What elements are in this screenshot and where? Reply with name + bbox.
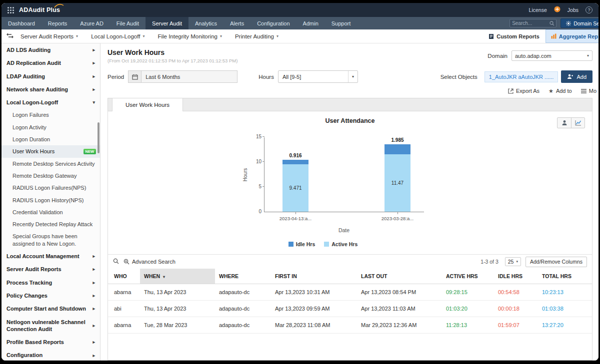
sidebar-item-ad-replication-audit[interactable]: AD Replication Audit▸ (2, 56, 100, 69)
sidebar-item-remote-desktop-services-activity[interactable]: Remote Desktop Services Activity (2, 158, 100, 170)
add-button[interactable]: Add (561, 70, 592, 83)
sidebar-item-process-tracking[interactable]: Process Tracking▸ (2, 276, 100, 289)
sidebar-item-radius-logon-history-nps[interactable]: RADIUS Logon History(NPS) (2, 194, 100, 206)
sidebar-item-radius-logon-failures-nps[interactable]: RADIUS Logon Failures(NPS) (2, 182, 100, 194)
user-view-button[interactable] (558, 118, 571, 128)
sidebar-item-logon-failures[interactable]: Logon Failures (2, 109, 100, 121)
help-icon[interactable]: ? (586, 6, 592, 13)
calendar-button[interactable] (128, 70, 142, 83)
y-tick-label: 0 (250, 209, 262, 214)
column-header-total-hrs[interactable]: TOTAL HRS (538, 269, 592, 284)
nav-tab-alerts[interactable]: Alerts (224, 17, 250, 29)
chevron-right-icon: ▸ (92, 306, 95, 311)
hours-select[interactable]: All [9-5] ▾ (278, 70, 358, 83)
add-remove-columns-button[interactable]: Add/Remove Columns (526, 257, 587, 267)
nav-tab-azure-ad[interactable]: Azure AD (74, 17, 110, 29)
sidebar-scrollbar[interactable] (98, 122, 100, 153)
subnav-label: Server Audit Reports (20, 33, 74, 39)
bar-2023-04-13-a[interactable]: 0.9169.471 (282, 160, 308, 212)
sidebar-item-logon-activity[interactable]: Logon Activity (2, 121, 100, 133)
column-header-active-hrs[interactable]: ACTIVE HRS (442, 269, 494, 284)
sidebar-item-recently-detected-replay-attack[interactable]: Recently Detected Replay Attack (2, 218, 100, 230)
jobs-link[interactable]: Jobs (568, 7, 578, 13)
chart-area: User Attendance 051015Hours0.9169.471202… (108, 111, 592, 254)
column-header-first-in[interactable]: FIRST IN (271, 269, 357, 284)
column-header-label: TOTAL HRS (542, 273, 572, 279)
nav-tab-dashboard[interactable]: Dashboard (2, 17, 42, 29)
table-cell: adapauto-dc (215, 317, 271, 334)
sidebar-item-profile-based-reports[interactable]: Profile Based Reports▸ (2, 336, 100, 349)
sidebar-item-configuration[interactable]: Configuration▸ (2, 349, 100, 361)
legend-idle-hrs: Idle Hrs (288, 241, 316, 247)
page-size-select[interactable]: 25 ▾ (505, 257, 521, 266)
column-header-when[interactable]: WHEN▾ (140, 269, 215, 284)
sidebar-item-netlogon-vulnerable-schannel-connection-audit[interactable]: Netlogon vulnerable Schannel Connection … (2, 316, 100, 336)
column-header-label: IDLE HRS (498, 273, 522, 279)
sidebar-item-user-work-hours[interactable]: User Work HoursNEW (2, 145, 100, 157)
app-logo[interactable]: ADAudit Plus (19, 6, 60, 13)
table-cell: 11:28:13 (442, 317, 494, 334)
period-label: Period (108, 74, 124, 80)
sidebar-item-local-account-management[interactable]: Local Account Management▸ (2, 250, 100, 263)
sidebar-item-credential-validation[interactable]: Credential Validation (2, 206, 100, 218)
column-header-who[interactable]: WHO (108, 269, 140, 284)
sidebar-item-local-logon-logoff[interactable]: Local Logon-Logoff▾ (2, 96, 100, 109)
sidebar-item-policy-changes[interactable]: Policy Changes▸ (2, 289, 100, 302)
sidebar-item-label: Credential Validation (12, 209, 96, 216)
report-panel: User Attendance 051015Hours0.9169.471202… (108, 111, 592, 361)
sidebar-item-server-audit-reports[interactable]: Server Audit Reports▸ (2, 263, 100, 276)
chart-view-button[interactable] (571, 118, 584, 128)
table-row[interactable]: abarnaThu, 13 Apr 2023adapauto-dcApr 13,… (108, 284, 592, 301)
advanced-search-button[interactable]: Advanced Search (124, 259, 176, 265)
domain-select[interactable]: auto.adap.com ▾ (512, 50, 592, 61)
sidebar-item-computer-start-and-shutdown[interactable]: Computer Start and Shutdown▸ (2, 302, 100, 315)
subnav-printer-auditing[interactable]: Printer Auditing▾ (235, 33, 278, 39)
nav-tab-support[interactable]: Support (325, 17, 358, 29)
chevron-right-icon: ▸ (92, 87, 95, 92)
add-to-button[interactable]: ★ Add to (548, 88, 572, 94)
table-cell: 10:23:13 (538, 284, 592, 301)
subnav-server-audit-reports[interactable]: Server Audit Reports▾ (20, 33, 78, 39)
nav-tab-file-audit[interactable]: File Audit (110, 17, 146, 29)
license-link[interactable]: License (529, 7, 547, 13)
x-category-label: 2023-04-13:a... (280, 216, 312, 221)
chevron-right-icon: ▸ (92, 60, 95, 65)
table-row[interactable]: abiThu, 13 Apr 2023adapauto-dcApr 13,202… (108, 301, 592, 317)
subnav-local-logon-logoff[interactable]: Local Logon-Logoff▾ (91, 33, 144, 39)
hours-label: Hours (258, 74, 274, 80)
nav-tab-admin[interactable]: Admin (296, 17, 325, 29)
nav-tab-reports[interactable]: Reports (42, 17, 74, 29)
search-input[interactable] (510, 20, 547, 26)
subnav-file-integrity-monitoring[interactable]: File Integrity Monitoring▾ (158, 33, 222, 39)
search-icon[interactable] (113, 257, 119, 266)
aggregate-reports-button[interactable]: Aggregate Rep (546, 29, 598, 43)
column-header-idle-hrs[interactable]: IDLE HRS (494, 269, 538, 284)
tab-strip: User Work Hours (108, 98, 592, 111)
selected-objects-link[interactable]: 1_AutoJKR aAutoJKR ...... (484, 71, 558, 82)
column-header-last-out[interactable]: LAST OUT (357, 269, 442, 284)
sidebar-item-ad-lds-auditing[interactable]: AD LDS Auditing▸ (2, 43, 100, 56)
bar-2023-03-28-a[interactable]: 1.98511.47 (384, 144, 410, 212)
toggle-reports-icon[interactable] (6, 33, 14, 39)
apps-grid-icon[interactable] (8, 7, 14, 13)
sidebar-item-special-groups-have-been-assigned-to-a-new-logon[interactable]: Special Groups have been assigned to a N… (2, 230, 100, 250)
custom-reports-button[interactable]: Custom Reports (488, 33, 540, 39)
promo-icon[interactable] (554, 5, 560, 14)
table-row[interactable]: abarnaTue, 28 Mar 2023adapauto-dcMar 28,… (108, 317, 592, 334)
sidebar-item-remote-desktop-gateway[interactable]: Remote Desktop Gateway (2, 170, 100, 182)
more-button[interactable]: Mo (581, 88, 596, 94)
nav-tab-server-audit[interactable]: Server Audit (146, 17, 188, 29)
tab-user-work-hours[interactable]: User Work Hours (112, 98, 183, 111)
domain-settings-button[interactable]: Domain Set (560, 18, 598, 28)
sidebar-item-logon-duration[interactable]: Logon Duration (2, 133, 100, 145)
nav-tab-configuration[interactable]: Configuration (250, 17, 296, 29)
sidebar-item-ldap-auditing[interactable]: LDAP Auditing▸ (2, 70, 100, 83)
column-header-where[interactable]: WHERE (215, 269, 271, 284)
global-search[interactable] (510, 19, 556, 27)
report-icon (488, 33, 494, 39)
export-as-button[interactable]: Export As (508, 88, 540, 94)
idle-segment (384, 144, 410, 154)
sidebar-item-network-share-auditing[interactable]: Network share Auditing▸ (2, 83, 100, 96)
period-input[interactable]: Last 6 Months (142, 70, 238, 83)
nav-tab-analytics[interactable]: Analytics (188, 17, 224, 29)
